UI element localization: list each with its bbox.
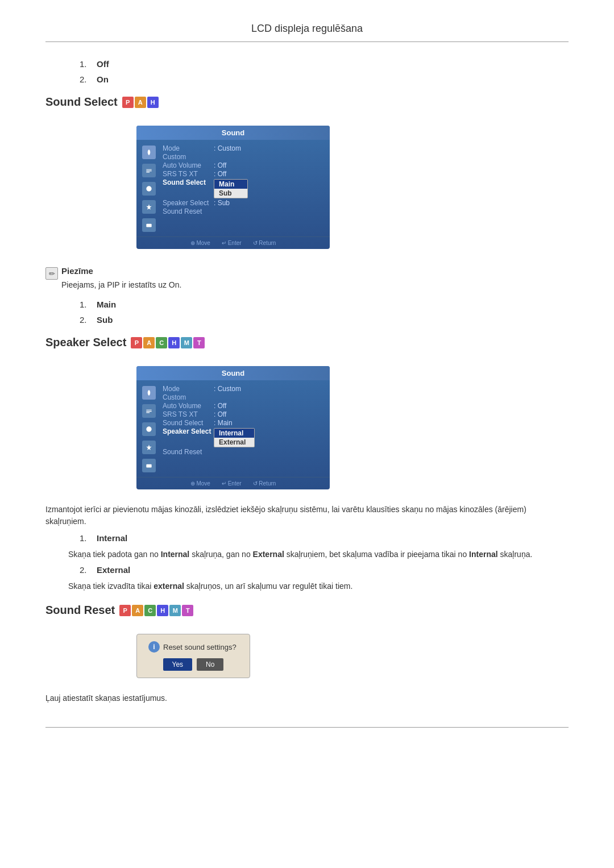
osd-sp-row-custom: Custom: [163, 393, 324, 401]
osd-title-sound-select: Sound: [136, 126, 330, 140]
badge-sp-a: A: [143, 337, 155, 348]
osd-row-sound-select: Sound Select Main Sub: [163, 178, 324, 198]
list-item-on: 2. On: [80, 74, 569, 84]
external-description: Skaņa tiek izvadīta tikai external skaļr…: [68, 580, 569, 592]
osd-footer-sound-select: ⊕ Move ↵ Enter ↺ Return: [136, 236, 330, 249]
osd-row-srs: SRS TS XT: Off: [163, 170, 324, 178]
osd-icon-2: [142, 164, 156, 177]
page-footer: [45, 727, 569, 733]
badge-sp-c: C: [156, 337, 167, 348]
reset-dialog-buttons: Yes No: [148, 658, 238, 671]
speaker-select-screen: Sound: [136, 366, 330, 489]
dropdown-internal: Internal: [214, 429, 254, 438]
badge-sp-t: T: [193, 337, 205, 348]
osd-icons-speaker: [142, 385, 156, 472]
badge-sp-m: M: [181, 337, 192, 348]
list-item-main: 1. Main: [80, 300, 569, 309]
page-title: LCD displeja regulēšana: [45, 23, 569, 42]
osd-row-custom: Custom: [163, 153, 324, 161]
osd-footer-speaker-select: ⊕ Move ↵ Enter ↺ Return: [136, 477, 330, 489]
osd-sp-row-sound-reset: Sound Reset: [163, 448, 324, 456]
badge-sp-p: P: [131, 337, 142, 348]
speaker-select-heading: Speaker Select P A C H M T: [45, 336, 569, 349]
dropdown-main: Main: [214, 180, 247, 189]
internal-description: Skaņa tiek padota gan no Internal skaļru…: [68, 549, 569, 560]
osd-icon-3: [142, 182, 156, 196]
osd-sp-enter: ↵ Enter: [222, 480, 242, 487]
reset-dialog-header: i Reset sound settings?: [148, 641, 238, 653]
badge-sr-t: T: [182, 605, 193, 616]
osd-sp-return: ↺ Return: [253, 480, 276, 487]
osd-icon-sp-4: [142, 441, 156, 454]
osd-menu-sound-select: Mode: Custom Custom Auto Volume: Off SRS…: [163, 144, 324, 232]
osd-icon-5: [142, 218, 156, 232]
sound-select-heading: Sound Select P A H: [45, 95, 569, 109]
osd-icon-4: [142, 200, 156, 214]
osd-sp-row-sound-select: Sound Select: Main: [163, 419, 324, 427]
svg-point-2: [146, 426, 151, 431]
note-icon: [45, 267, 58, 280]
svg-point-0: [146, 186, 151, 191]
list-item-internal: 1. Internal: [80, 533, 569, 543]
reset-dialog: i Reset sound settings? Yes No: [136, 634, 250, 678]
osd-icon-sp-1: [142, 386, 156, 400]
badge-sp-h: H: [168, 337, 180, 348]
osd-icon-1: [142, 146, 156, 159]
reset-dialog-text: Reset sound settings?: [163, 643, 237, 651]
svg-rect-3: [146, 464, 151, 468]
sound-select-screen: Sound: [136, 126, 330, 249]
osd-sp-row-srs: SRS TS XT: Off: [163, 410, 324, 418]
sound-select-badges: P A H: [122, 97, 159, 108]
osd-row-speaker-select: Speaker Select: Sub: [163, 199, 324, 207]
speaker-select-description: Izmantojot ierīci ar pievienotu mājas ki…: [45, 504, 569, 528]
osd-menu-speaker-select: Mode: Custom Custom Auto Volume: Off SRS…: [163, 385, 324, 472]
osd-row-sound-reset: Sound Reset: [163, 207, 324, 215]
badge-sr-m: M: [169, 605, 181, 616]
osd-row-mode: Mode: Custom: [163, 144, 324, 152]
osd-icon-sp-3: [142, 422, 156, 436]
osd-sp-row-speaker-select: Speaker Select Internal External: [163, 427, 324, 447]
list-item-external: 2. External: [80, 565, 569, 575]
badge-a: A: [135, 97, 146, 108]
badge-sr-c: C: [144, 605, 156, 616]
osd-icons: [142, 144, 156, 232]
osd-sp-row-auto-volume: Auto Volume: Off: [163, 402, 324, 410]
osd-sp-row-mode: Mode: Custom: [163, 385, 324, 393]
sound-reset-heading: Sound Reset P A C H M T: [45, 604, 569, 617]
dropdown-sub: Sub: [214, 189, 247, 198]
note-block: Piezīme Pieejams, ja PIP ir iestatīts uz…: [45, 266, 569, 291]
osd-title-speaker-select: Sound: [136, 366, 330, 380]
badge-p: P: [122, 97, 134, 108]
reset-dialog-icon: i: [148, 641, 160, 653]
osd-enter: ↵ Enter: [222, 240, 242, 246]
badge-sr-p: P: [119, 605, 131, 616]
sound-reset-dialog-container: i Reset sound settings? Yes No: [136, 634, 250, 678]
osd-sp-move: ⊕ Move: [190, 480, 210, 487]
list-item-off: 1. Off: [80, 59, 569, 69]
note-content: Pieejams, ja PIP ir iestatīts uz On.: [61, 279, 181, 291]
speaker-select-badges: P A C H M T: [131, 337, 205, 348]
osd-row-auto-volume: Auto Volume: Off: [163, 161, 324, 169]
reset-yes-button[interactable]: Yes: [163, 658, 193, 671]
note-label: Piezīme: [61, 266, 181, 276]
badge-h: H: [147, 97, 159, 108]
badge-sr-h: H: [157, 605, 168, 616]
osd-icon-sp-2: [142, 404, 156, 418]
svg-rect-1: [146, 224, 151, 227]
reset-no-button[interactable]: No: [197, 658, 223, 671]
osd-return: ↺ Return: [253, 240, 276, 246]
dropdown-external: External: [214, 438, 254, 447]
osd-icon-sp-5: [142, 459, 156, 472]
osd-move: ⊕ Move: [190, 240, 210, 246]
sound-reset-badges: P A C H M T: [119, 605, 193, 616]
badge-sr-a: A: [132, 605, 143, 616]
list-item-sub: 2. Sub: [80, 315, 569, 325]
sound-reset-description: Ļauj atiestatīt skaņas iestatījumus.: [45, 692, 569, 704]
